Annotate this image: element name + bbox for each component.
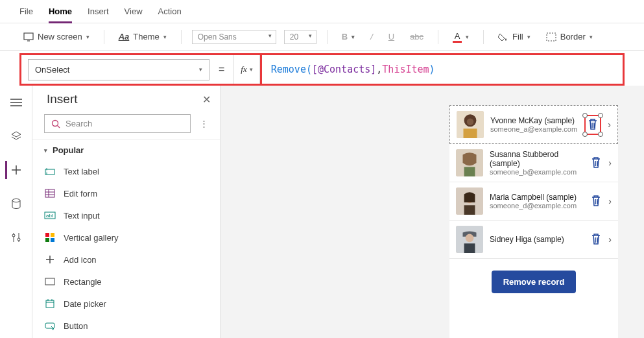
svg-rect-25 xyxy=(51,233,54,237)
property-select[interactable]: OnSelect ▾ xyxy=(28,59,209,80)
trash-button-selected[interactable] xyxy=(584,115,601,135)
chevron-down-icon: ▾ xyxy=(44,147,47,154)
menu-file[interactable]: File xyxy=(19,1,33,21)
contact-email: someone_b@example.com xyxy=(490,168,584,176)
insert-button[interactable]: Button xyxy=(32,315,220,337)
database-icon xyxy=(11,198,21,210)
plus-icon xyxy=(10,164,22,176)
gallery-row[interactable]: Maria Campbell (sample) someone_d@exampl… xyxy=(449,182,618,221)
fill-button[interactable]: Fill ▾ xyxy=(494,29,534,44)
screen-icon xyxy=(23,32,34,42)
font-size-select[interactable]: 20▾ xyxy=(284,30,316,44)
category-popular[interactable]: ▾ Popular xyxy=(32,139,220,160)
fx-button[interactable]: fx ▾ xyxy=(233,55,259,84)
text-input-icon: abl xyxy=(44,210,56,221)
strike-button[interactable]: abc xyxy=(406,29,427,44)
insert-text-input[interactable]: abl Text input xyxy=(32,204,220,226)
italic-button[interactable]: / xyxy=(366,29,377,44)
border-button[interactable]: Border ▾ xyxy=(542,29,597,44)
font-color-button[interactable]: A ▾ xyxy=(449,29,473,45)
svg-rect-24 xyxy=(45,233,49,237)
avatar xyxy=(456,149,483,176)
contact-name: Maria Campbell (sample) xyxy=(490,193,584,202)
contact-name: Yvonne McKay (sample) xyxy=(490,116,578,125)
chevron-right-icon[interactable]: › xyxy=(608,119,611,130)
rail-data[interactable] xyxy=(7,195,25,213)
contact-name: Susanna Stubberod (sample) xyxy=(490,150,584,168)
trash-button[interactable] xyxy=(590,232,602,247)
svg-text:abl: abl xyxy=(46,213,53,219)
gallery-row[interactable]: Yvonne McKay (sample) someone_a@example.… xyxy=(449,105,618,144)
chevron-down-icon: ▾ xyxy=(86,34,89,40)
menu-view[interactable]: View xyxy=(125,1,143,21)
insert-search-input[interactable]: Search xyxy=(44,114,191,133)
equals-label: = xyxy=(209,64,233,75)
svg-rect-26 xyxy=(45,238,49,242)
chevron-down-icon: ▾ xyxy=(199,66,202,73)
insert-text-label[interactable]: Text label xyxy=(32,160,220,182)
close-panel-button[interactable]: ✕ xyxy=(202,93,211,106)
svg-point-38 xyxy=(467,119,474,126)
fill-icon xyxy=(498,32,508,42)
chevron-right-icon[interactable]: › xyxy=(608,158,612,168)
trash-icon xyxy=(590,194,602,207)
font-color-icon: A xyxy=(453,31,462,43)
svg-marker-6 xyxy=(12,132,21,137)
formula-input[interactable]: Remove( [@Contacts], ThisItem ) xyxy=(260,55,623,84)
border-label: Border xyxy=(560,32,586,42)
insert-title: Insert xyxy=(47,92,78,106)
bold-button[interactable]: B▾ xyxy=(338,29,359,44)
gallery-row[interactable]: Susanna Stubberod (sample) someone_b@exa… xyxy=(449,144,618,182)
text-label-icon xyxy=(44,165,56,177)
contact-email: someone_d@example.com xyxy=(490,202,584,210)
top-menu: File Home Insert View Action xyxy=(0,0,644,23)
rail-settings[interactable] xyxy=(7,228,25,247)
svg-rect-30 xyxy=(45,278,54,285)
more-options-button[interactable]: ⋮ xyxy=(197,116,211,131)
chevron-down-icon: ▾ xyxy=(163,34,167,40)
trash-button[interactable] xyxy=(590,194,602,209)
menu-home[interactable]: Home xyxy=(49,1,72,23)
chevron-right-icon[interactable]: › xyxy=(608,196,612,206)
border-icon xyxy=(546,32,556,42)
font-select[interactable]: Open Sans▾ xyxy=(192,30,276,44)
svg-rect-39 xyxy=(464,128,477,138)
toolbar: New screen ▾ Aa Theme ▾ Open Sans▾ 20▾ B… xyxy=(0,23,644,51)
sliders-icon xyxy=(11,232,21,243)
underline-button[interactable]: U xyxy=(385,29,398,44)
layers-icon xyxy=(10,130,22,142)
remove-record-button[interactable]: Remove record xyxy=(492,271,577,293)
svg-rect-35 xyxy=(45,323,54,328)
theme-button[interactable]: Aa Theme ▾ xyxy=(115,29,171,44)
canvas[interactable]: Yvonne McKay (sample) someone_a@example.… xyxy=(221,86,644,338)
avatar xyxy=(457,111,484,138)
insert-edit-form[interactable]: Edit form xyxy=(32,182,220,204)
svg-point-11 xyxy=(12,234,15,237)
svg-rect-18 xyxy=(45,189,54,197)
gallery-row[interactable]: Sidney Higa (sample) › xyxy=(449,221,618,259)
hamburger-icon xyxy=(10,98,22,107)
rail-layers[interactable] xyxy=(7,127,25,145)
insert-vertical-gallery[interactable]: Vertical gallery xyxy=(32,226,220,248)
button-icon xyxy=(44,320,56,332)
formula-bar: OnSelect ▾ = fx ▾ Remove( [@Contacts], T… xyxy=(19,53,625,86)
insert-rectangle[interactable]: Rectangle xyxy=(32,271,220,293)
trash-icon xyxy=(587,117,599,130)
svg-rect-27 xyxy=(51,238,54,242)
rail-tree-view[interactable] xyxy=(7,93,25,112)
theme-label: Theme xyxy=(133,32,159,42)
trash-button[interactable] xyxy=(590,156,602,171)
new-screen-label: New screen xyxy=(38,32,82,42)
calendar-icon xyxy=(44,298,56,309)
insert-date-picker[interactable]: Date picker xyxy=(32,293,220,315)
menu-insert[interactable]: Insert xyxy=(88,1,109,21)
insert-add-icon[interactable]: Add icon xyxy=(32,248,220,271)
new-screen-button[interactable]: New screen ▾ xyxy=(19,29,93,44)
trash-icon xyxy=(590,156,602,169)
svg-rect-31 xyxy=(46,300,54,308)
svg-point-13 xyxy=(18,238,20,241)
menu-action[interactable]: Action xyxy=(158,1,182,21)
chevron-right-icon[interactable]: › xyxy=(608,234,612,245)
svg-rect-42 xyxy=(464,167,475,176)
rail-insert[interactable] xyxy=(5,161,25,179)
